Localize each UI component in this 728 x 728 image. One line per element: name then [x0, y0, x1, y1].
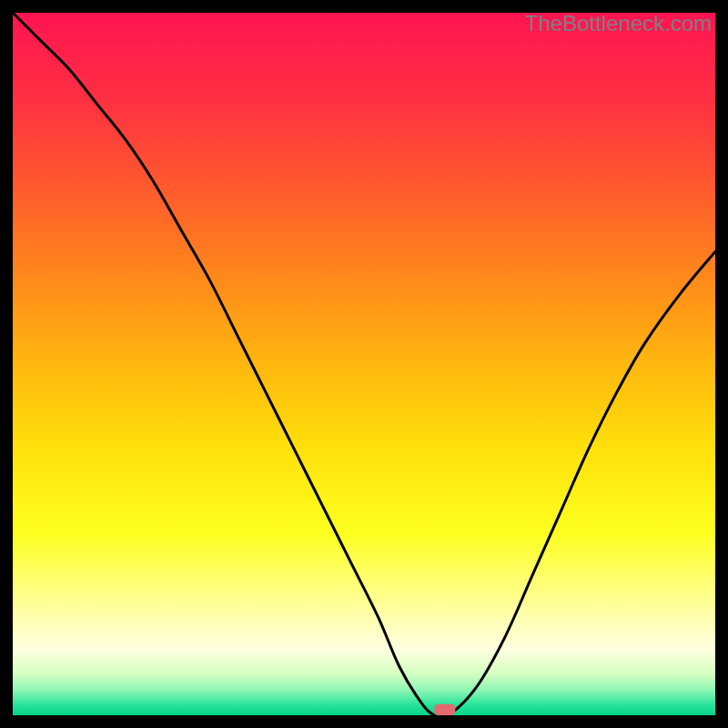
optimum-marker — [434, 704, 455, 715]
watermark-text: TheBottleneck.com — [525, 11, 712, 36]
gradient-background — [13, 13, 715, 715]
chart-frame: TheBottleneck.com — [13, 13, 715, 715]
bottleneck-chart — [13, 13, 715, 715]
